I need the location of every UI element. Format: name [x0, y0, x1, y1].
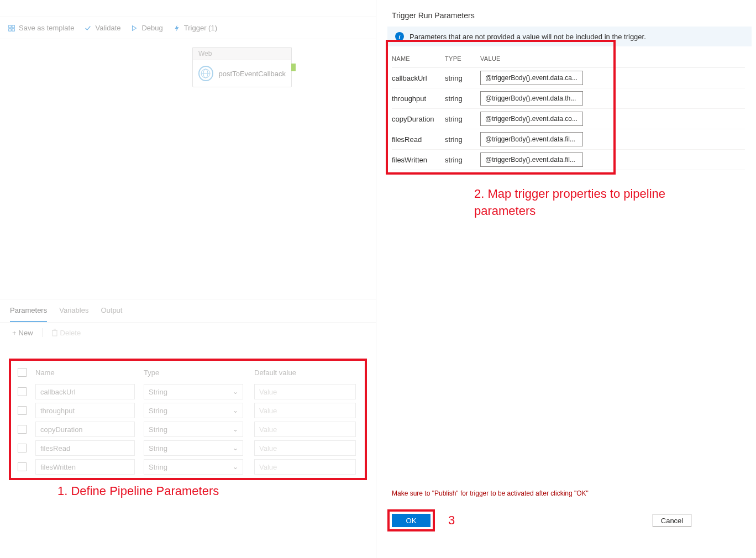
row-checkbox[interactable] — [18, 425, 27, 434]
param-default-input[interactable] — [254, 384, 356, 399]
row-checkbox[interactable] — [18, 387, 27, 396]
save-template-label: Save as template — [19, 24, 74, 32]
validate-label: Validate — [95, 24, 120, 32]
param-default-input[interactable] — [254, 403, 356, 418]
save-template-icon — [8, 24, 15, 32]
tab-parameters[interactable]: Parameters — [10, 299, 47, 322]
pipeline-canvas[interactable]: Web postToEventCallback — [0, 39, 376, 299]
th-type: TYPE — [445, 55, 480, 62]
svg-rect-0 — [9, 25, 11, 27]
param-type-select[interactable]: String⌄ — [144, 422, 243, 437]
tab-output[interactable]: Output — [101, 299, 122, 322]
svg-rect-3 — [12, 28, 14, 30]
param-row: String⌄ — [13, 420, 363, 439]
trigger-row: filesReadstring — [392, 129, 745, 150]
chevron-down-icon: ⌄ — [233, 425, 238, 433]
row-checkbox[interactable] — [18, 462, 27, 471]
trigger-param-value-input[interactable] — [480, 152, 583, 167]
info-text: Parameters that are not provided a value… — [410, 33, 646, 41]
trigger-param-value-input[interactable] — [480, 91, 583, 106]
param-row: String⌄ — [13, 401, 363, 420]
trigger-param-name: throughput — [392, 94, 445, 103]
globe-icon — [198, 66, 213, 81]
activity-node[interactable]: Web postToEventCallback — [192, 47, 292, 87]
param-name-input[interactable] — [35, 422, 135, 437]
footer-buttons: OK 3 Cancel — [387, 509, 741, 531]
toolbar: Save as template Validate Debug Trigger … — [0, 17, 376, 39]
new-parameter-button[interactable]: + New — [12, 329, 33, 337]
debug-button[interactable]: Debug — [130, 24, 162, 32]
param-name-input[interactable] — [35, 459, 135, 475]
trigger-row: filesWrittenstring — [392, 150, 745, 170]
lightning-icon — [173, 24, 181, 32]
svg-rect-7 — [53, 330, 57, 336]
save-template-button[interactable]: Save as template — [8, 24, 74, 32]
trigger-param-name: filesRead — [392, 135, 445, 144]
debug-label: Debug — [141, 24, 162, 32]
trigger-params-table: NAME TYPE VALUE callbackUrlstringthrough… — [392, 50, 745, 170]
trigger-param-value-input[interactable] — [480, 71, 583, 85]
parameters-table: Name Type Default value String⌄String⌄St… — [13, 364, 363, 476]
bottom-tabs: Parameters Variables Output — [0, 299, 376, 323]
new-label: New — [19, 329, 33, 337]
select-all-checkbox[interactable] — [18, 368, 27, 377]
right-pane: Trigger Run Parameters i Parameters that… — [376, 0, 756, 558]
info-icon: i — [395, 32, 404, 41]
check-icon — [84, 24, 92, 32]
param-default-input[interactable] — [254, 440, 356, 456]
chevron-down-icon: ⌄ — [233, 463, 238, 471]
plus-icon: + — [12, 329, 17, 337]
param-type-select[interactable]: String⌄ — [144, 459, 243, 475]
param-type-select[interactable]: String⌄ — [144, 440, 243, 456]
th-value: VALUE — [480, 55, 745, 62]
trigger-button[interactable]: Trigger (1) — [173, 24, 217, 32]
trigger-param-value-input[interactable] — [480, 112, 583, 126]
svg-rect-2 — [9, 28, 11, 30]
header-type: Type — [144, 369, 254, 377]
validate-button[interactable]: Validate — [84, 24, 120, 32]
cancel-button[interactable]: Cancel — [653, 514, 691, 527]
param-default-input[interactable] — [254, 459, 356, 475]
divider — [42, 328, 43, 337]
tab-variables[interactable]: Variables — [59, 299, 88, 322]
param-row: String⌄ — [13, 439, 363, 457]
param-name-input[interactable] — [35, 384, 135, 399]
chevron-down-icon: ⌄ — [233, 388, 238, 396]
trigger-label: Trigger (1) — [184, 24, 217, 32]
panel-actions: + New Delete — [0, 323, 376, 343]
node-success-handle[interactable] — [291, 64, 296, 71]
annotation-1: 1. Define Pipeline Parameters — [57, 484, 219, 498]
trigger-param-name: callbackUrl — [392, 74, 445, 82]
ok-button[interactable]: OK — [392, 514, 431, 527]
trigger-param-type: string — [445, 135, 480, 144]
delete-parameter-button[interactable]: Delete — [51, 329, 81, 337]
node-header: Web — [193, 48, 291, 60]
header-default: Default value — [254, 369, 358, 377]
th-name: NAME — [392, 55, 445, 62]
right-title: Trigger Run Parameters — [376, 0, 756, 27]
header-name: Name — [35, 369, 144, 377]
play-icon — [130, 24, 138, 32]
param-name-input[interactable] — [35, 440, 135, 456]
param-header-row: Name Type Default value — [13, 364, 363, 382]
trigger-param-type: string — [445, 74, 480, 82]
row-checkbox[interactable] — [18, 406, 27, 415]
info-banner: i Parameters that are not provided a val… — [387, 27, 752, 46]
row-checkbox[interactable] — [18, 444, 27, 452]
chevron-down-icon: ⌄ — [233, 407, 238, 414]
param-name-input[interactable] — [35, 403, 135, 418]
trigger-param-value-input[interactable] — [480, 132, 583, 146]
trigger-row: throughputstring — [392, 88, 745, 109]
param-default-input[interactable] — [254, 422, 356, 437]
param-type-select[interactable]: String⌄ — [144, 403, 243, 418]
trigger-row: callbackUrlstring — [392, 68, 745, 88]
param-type-select[interactable]: String⌄ — [144, 384, 243, 399]
param-row: String⌄ — [13, 457, 363, 476]
trigger-param-type: string — [445, 156, 480, 164]
annotation-3: 3 — [448, 513, 455, 528]
delete-label: Delete — [60, 329, 81, 337]
trigger-row: copyDurationstring — [392, 109, 745, 129]
svg-rect-1 — [12, 25, 14, 27]
trigger-param-name: copyDuration — [392, 115, 445, 123]
param-row: String⌄ — [13, 382, 363, 401]
